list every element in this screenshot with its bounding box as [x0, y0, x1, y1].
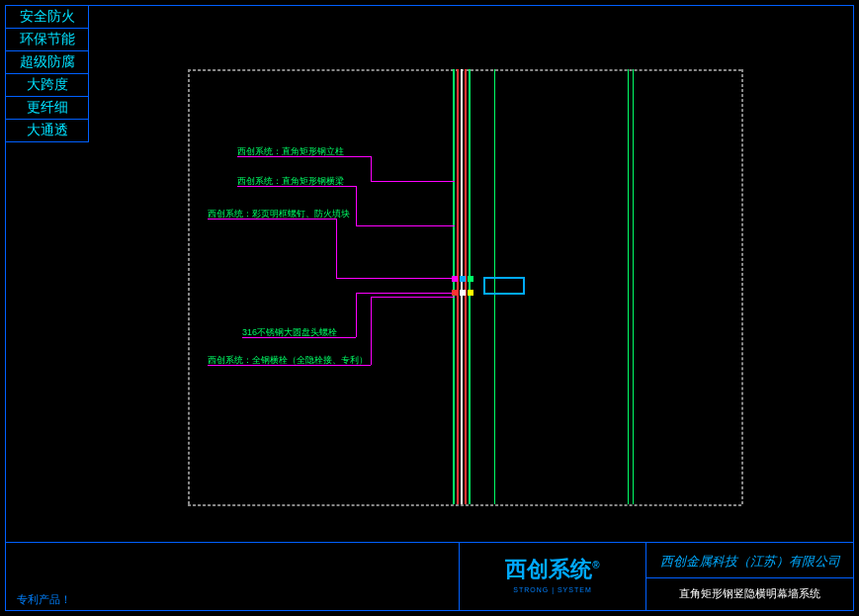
brand-text: 西创系统	[505, 557, 592, 581]
brand-logo: 西创系统®	[460, 555, 645, 584]
transom-box	[483, 277, 525, 295]
detail-part	[452, 276, 458, 282]
detail-part	[460, 276, 466, 282]
leader-line	[356, 293, 357, 337]
detail-part	[468, 290, 473, 296]
panel-line	[633, 69, 634, 504]
sidebar-item: 超级防腐	[5, 50, 89, 74]
leader-line	[237, 156, 371, 157]
boundary-bottom	[188, 504, 741, 506]
drawing-title: 直角矩形钢竖隐横明幕墙系统	[646, 578, 853, 611]
brand-sup: ®	[592, 560, 599, 571]
title-block: 专利产品！ 西创系统® STRONG | SYSTEM 西创金属科技（江苏）有限…	[5, 542, 854, 611]
leader-line	[371, 297, 455, 298]
company-name: 西创金属科技（江苏）有限公司	[646, 543, 853, 578]
sidebar-item: 环保节能	[5, 28, 89, 51]
leader-line	[237, 186, 356, 187]
sidebar-item: 大通透	[5, 119, 89, 142]
leader-line	[356, 186, 357, 225]
sidebar-item: 更纤细	[5, 96, 89, 120]
detail-part	[468, 276, 473, 282]
boundary-left	[188, 69, 190, 504]
leader-line	[208, 219, 336, 220]
leader-line	[371, 181, 455, 182]
leader-line	[336, 278, 453, 279]
drawing-canvas: 西创系统：直角矩形钢立柱 西创系统：直角矩形钢横梁 西创系统：彩页明框螺钉、防火…	[188, 69, 751, 514]
detail-part	[460, 290, 466, 296]
leader-line	[336, 219, 337, 278]
leader-line	[208, 365, 371, 366]
leader-line	[356, 225, 455, 226]
section-detail	[450, 274, 529, 300]
leader-line	[356, 293, 453, 294]
brand-block: 西创系统® STRONG | SYSTEM	[459, 542, 646, 611]
detail-part	[452, 290, 458, 296]
boundary-right	[741, 69, 743, 504]
leader-line	[242, 337, 356, 338]
sidebar-item: 大跨度	[5, 73, 89, 97]
sidebar-item: 安全防火	[5, 5, 89, 29]
patent-note: 专利产品！	[5, 542, 459, 611]
panel-line	[628, 69, 629, 504]
leader-line	[371, 156, 372, 181]
brand-subtitle: STRONG | SYSTEM	[460, 586, 645, 593]
company-block: 西创金属科技（江苏）有限公司 直角矩形钢竖隐横明幕墙系统	[646, 542, 854, 611]
sidebar: 安全防火 环保节能 超级防腐 大跨度 更纤细 大通透	[5, 5, 89, 141]
leader-line	[371, 297, 372, 365]
